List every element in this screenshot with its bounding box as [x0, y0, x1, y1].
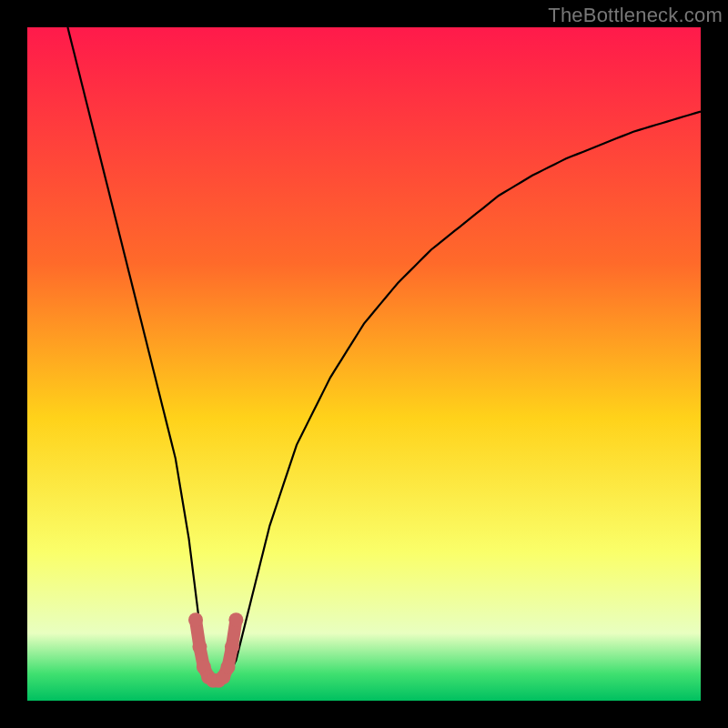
marker-dot — [225, 640, 239, 654]
marker-dot — [228, 612, 243, 627]
marker-dot — [192, 640, 207, 654]
watermark-text: TheBottleneck.com — [548, 4, 723, 27]
plot-area — [27, 27, 701, 701]
gradient-background — [27, 27, 701, 701]
marker-dot — [221, 660, 236, 674]
chart-frame — [27, 27, 701, 701]
chart-svg — [27, 27, 701, 701]
marker-dot — [188, 612, 203, 627]
